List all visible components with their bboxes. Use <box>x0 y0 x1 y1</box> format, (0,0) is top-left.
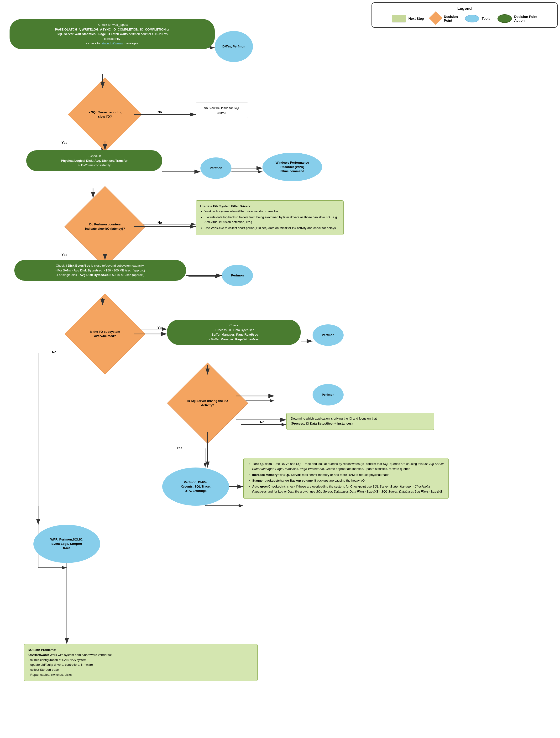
q2-no-label: No <box>158 221 162 225</box>
legend-item-decision: DecisionPoint <box>431 13 458 24</box>
q4-no-label: No <box>260 420 265 424</box>
no-slow-io-box: No Slow I/O issue for SQL Server <box>196 102 248 118</box>
q3-yes-label: Yes <box>158 326 163 330</box>
tune-queries-box: Tune Queries : Use DMVs and SQL Trace an… <box>243 458 449 499</box>
legend-decision-wrapper <box>431 13 442 24</box>
disk-bytes-text: Check if Disk Bytes/Sec is close to/beyo… <box>56 264 145 277</box>
wpr-oval: Windows Performance Recorder (WPR) Fltmc… <box>262 153 322 181</box>
legend-decision-shape <box>429 11 443 25</box>
q4-text: Is Sql Server driving the I/O Activity? <box>179 374 236 432</box>
wpr-perfmon-oval: WPR, Perfmon,SQLIO, Event Logs, Storport… <box>33 525 100 563</box>
q1-yes-label: Yes <box>61 141 67 144</box>
legend-title: Legend <box>377 6 552 11</box>
legend-item-tools: Tools <box>465 15 490 22</box>
stalled-io-link[interactable]: stalled I/O error <box>102 41 123 45</box>
perfmon4-oval: Perfmon <box>313 384 344 405</box>
filter-drivers-text: Examine File System Filter Drivers: Work… <box>200 205 339 231</box>
q3-no-label: No <box>52 350 56 354</box>
q3-text: Is the I/O subsystem overwhelmed? <box>76 305 133 363</box>
q2-diamond: Do Perfmon counters indicate slow I/O (l… <box>76 198 133 255</box>
legend-tools-label: Tools <box>482 17 490 20</box>
perfmon3-oval: Perfmon <box>313 324 344 346</box>
q1-text: Is SQL Server reporting slow I/O? <box>79 88 131 141</box>
legend-decision-action-label: Decision PointAction <box>514 15 537 22</box>
perfmon1-oval: Perfmon <box>201 157 232 179</box>
legend-item-decision-action: Decision PointAction <box>498 14 537 23</box>
tune-queries-text: Tune Queries : Use DMVs and SQL Trace an… <box>248 461 444 494</box>
perfmon-dmvs-text: Perfmon, DMVs, Xevents, SQL Trace, DTA, … <box>181 480 211 493</box>
legend-box: Legend Next Step DecisionPoint Tools Dec… <box>371 2 558 28</box>
legend-next-step-label: Next Step <box>408 17 424 20</box>
check-process-text: Check - Process : IO Data Bytes/sec - Bu… <box>209 323 259 341</box>
determine-app-box: Determine which application is driving t… <box>286 413 434 430</box>
perfmon-dmvs-oval: Perfmon, DMVs, Xevents, SQL Trace, DTA, … <box>162 467 229 506</box>
q2-text: Do Perfmon counters indicate slow I/O (l… <box>76 198 133 255</box>
diagram-container: Legend Next Step DecisionPoint Tools Dec… <box>0 0 560 738</box>
check-process-cloud: Check - Process : IO Data Bytes/sec - Bu… <box>167 320 301 345</box>
legend-decision-action-shape <box>498 14 512 23</box>
legend-decision-label: DecisionPoint <box>444 15 458 22</box>
wpr-text: Windows Performance Recorder (WPR) Fltmc… <box>276 160 309 173</box>
dmvs-perfmon-text: DMVs, Perfmon <box>222 44 245 49</box>
q4-yes-label: Yes <box>177 446 182 450</box>
q4-diamond: Is Sql Server driving the I/O Activity? <box>179 374 236 432</box>
q1-diamond: Is SQL Server reporting slow I/O? <box>79 88 131 141</box>
determine-app-text: Determine which application is driving t… <box>291 417 377 425</box>
q1-no-label: No <box>158 110 162 114</box>
top-cloud-text: - Check for wait_types: PAGEIOLATCH_*, W… <box>55 23 169 45</box>
q2-yes-label: Yes <box>61 253 67 257</box>
dmvs-perfmon-oval: DMVs, Perfmon <box>215 31 253 62</box>
check-physical-cloud: - Check if Physical/Logical Disk: Avg. D… <box>26 150 162 171</box>
legend-tools-shape <box>465 15 479 22</box>
io-path-text: I/O Path Problems: OS/Hardware: Work wit… <box>28 648 112 677</box>
wpr-perfmon-text: WPR, Perfmon,SQLIO, Event Logs, Storport… <box>50 537 83 550</box>
disk-bytes-cloud: Check if Disk Bytes/Sec is close to/beyo… <box>14 260 186 281</box>
filter-drivers-box: Examine File System Filter Drivers: Work… <box>196 201 344 235</box>
q3-diamond: Is the I/O subsystem overwhelmed? <box>76 305 133 363</box>
perfmon2-oval: Perfmon <box>222 265 253 286</box>
legend-next-step-shape <box>392 15 406 22</box>
check-physical-text: - Check if Physical/Logical Disk: Avg. D… <box>61 154 127 167</box>
io-path-box: I/O Path Problems: OS/Hardware: Work wit… <box>24 644 258 681</box>
top-cloud: - Check for wait_types: PAGEIOLATCH_*, W… <box>10 19 215 49</box>
legend-item-next-step: Next Step <box>392 15 424 22</box>
legend-items: Next Step DecisionPoint Tools Decision P… <box>377 13 552 24</box>
